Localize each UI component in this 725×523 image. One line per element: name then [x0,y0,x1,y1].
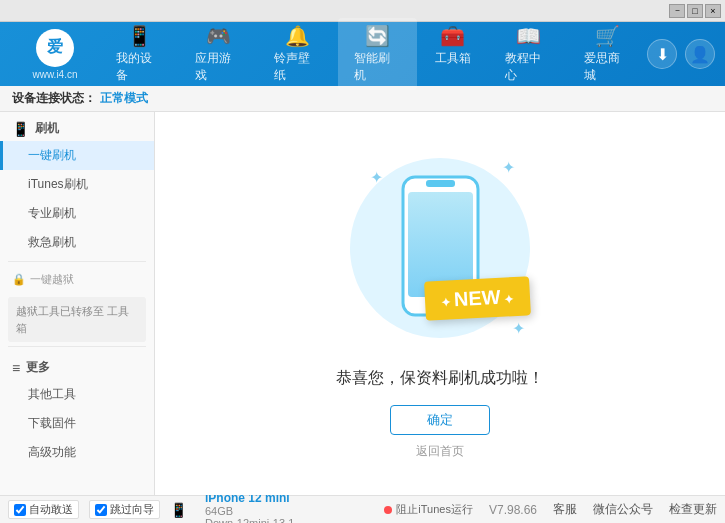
sparkle-tl-icon: ✦ [370,168,383,187]
device-phone-icon: 📱 [170,502,187,518]
more-section-label: 更多 [26,359,50,376]
nav-item-brand-store-label: 爱思商城 [584,50,631,84]
ringtone-icon: 🔔 [285,24,310,48]
confirm-button[interactable]: 确定 [390,405,490,435]
my-device-icon: 📱 [127,24,152,48]
flash-section-icon: 📱 [12,121,29,137]
bottom-bar: 自动敢送 跳过向导 📱 iPhone 12 mini 64GB Down-12m… [0,495,725,523]
skip-wizard-checkbox-label[interactable]: 跳过向导 [89,500,160,519]
sparkle-tr-icon: ✦ [502,158,515,177]
minimize-button[interactable]: － [669,4,685,18]
main-area: 📱 刷机 一键刷机 iTunes刷机 专业刷机 救急刷机 🔒 一键越狱 越狱工具… [0,112,725,495]
new-badge: NEW [424,276,531,320]
tutorial-icon: 📖 [516,24,541,48]
nav-item-apps-games-label: 应用游戏 [195,50,242,84]
device-storage: 64GB [205,505,294,517]
nav-item-tutorial[interactable]: 📖 教程中心 [489,18,568,90]
nav-item-ringtone[interactable]: 🔔 铃声壁纸 [258,18,337,90]
auto-launch-checkbox[interactable] [14,504,26,516]
phone-wrapper: ✦ ✦ ✦ [340,148,540,348]
download-button[interactable]: ⬇ [647,39,677,69]
nav-item-brand-store[interactable]: 🛒 爱思商城 [568,18,647,90]
wechat-public-link[interactable]: 微信公众号 [593,501,653,518]
sidebar-item-other-tools[interactable]: 其他工具 [0,380,154,409]
skip-wizard-checkbox[interactable] [95,504,107,516]
bottom-left: 自动敢送 跳过向导 📱 iPhone 12 mini 64GB Down-12m… [8,491,380,524]
status-label: 设备连接状态： [12,90,96,107]
customer-service-link[interactable]: 客服 [553,501,577,518]
sidebar-item-download-firmware[interactable]: 下载固件 [0,409,154,438]
divider-1 [8,261,146,262]
header: 爱 www.i4.cn 📱 我的设备 🎮 应用游戏 🔔 铃声壁纸 🔄 智能刷机 … [0,22,725,86]
sidebar-item-advanced[interactable]: 高级功能 [0,438,154,467]
status-value: 正常模式 [100,90,148,107]
nav-item-toolbox[interactable]: 🧰 工具箱 [417,18,489,90]
nav-item-smart-flash[interactable]: 🔄 智能刷机 [338,18,417,90]
toolbox-icon: 🧰 [440,24,465,48]
device-info: iPhone 12 mini 64GB Down-12mini-13,1 [205,491,294,524]
logo-area: 爱 www.i4.cn [10,29,100,80]
itunes-status-dot [384,506,392,514]
content-area: ✦ ✦ ✦ [155,112,725,495]
sidebar-item-itunes-flash[interactable]: iTunes刷机 [0,170,154,199]
nav-item-my-device-label: 我的设备 [116,50,163,84]
nav-item-smart-flash-label: 智能刷机 [354,50,401,84]
sidebar-section-jailbreak: 🔒 一键越狱 [0,266,154,293]
nav-right-buttons: ⬇ 👤 [647,39,715,69]
sidebar-section-flash: 📱 刷机 [0,112,154,141]
itunes-status: 阻止iTunes运行 [384,502,473,517]
more-section-icon: ≡ [12,360,20,376]
device-firmware: Down-12mini-13,1 [205,517,294,524]
sidebar: 📱 刷机 一键刷机 iTunes刷机 专业刷机 救急刷机 🔒 一键越狱 越狱工具… [0,112,155,495]
success-text: 恭喜您，保资料刷机成功啦！ [336,368,544,389]
brand-store-icon: 🛒 [595,24,620,48]
account-button[interactable]: 👤 [685,39,715,69]
bottom-right: 阻止iTunes运行 V7.98.66 客服 微信公众号 检查更新 [380,501,717,518]
back-link[interactable]: 返回首页 [416,443,464,460]
maximize-button[interactable]: □ [687,4,703,18]
nav-item-tutorial-label: 教程中心 [505,50,552,84]
jailbreak-notice: 越狱工具已转移至 工具箱 [8,297,146,342]
nav-item-apps-games[interactable]: 🎮 应用游戏 [179,18,258,90]
jailbreak-section-label: 一键越狱 [30,272,74,287]
apps-games-icon: 🎮 [206,24,231,48]
version-text: V7.98.66 [489,503,537,517]
flash-section-label: 刷机 [35,120,59,137]
nav-item-my-device[interactable]: 📱 我的设备 [100,18,179,90]
success-illustration: ✦ ✦ ✦ [340,148,540,348]
lock-icon: 🔒 [12,273,26,286]
auto-launch-label: 自动敢送 [29,502,73,517]
svg-rect-2 [426,180,455,187]
sparkle-br-icon: ✦ [512,319,525,338]
nav-items: 📱 我的设备 🎮 应用游戏 🔔 铃声壁纸 🔄 智能刷机 🧰 工具箱 📖 教程中心… [100,18,647,90]
auto-launch-checkbox-label[interactable]: 自动敢送 [8,500,79,519]
logo-icon: 爱 [36,29,74,67]
nav-item-toolbox-label: 工具箱 [435,50,471,67]
divider-2 [8,346,146,347]
sidebar-section-more: ≡ 更多 [0,351,154,380]
close-button[interactable]: × [705,4,721,18]
smart-flash-icon: 🔄 [365,24,390,48]
skip-wizard-label: 跳过向导 [110,502,154,517]
logo-url: www.i4.cn [32,69,77,80]
itunes-status-text: 阻止iTunes运行 [396,502,473,517]
sidebar-item-one-key-flash[interactable]: 一键刷机 [0,141,154,170]
sidebar-item-save-flash[interactable]: 救急刷机 [0,228,154,257]
check-update-link[interactable]: 检查更新 [669,501,717,518]
sidebar-item-pro-flash[interactable]: 专业刷机 [0,199,154,228]
nav-item-ringtone-label: 铃声壁纸 [274,50,321,84]
